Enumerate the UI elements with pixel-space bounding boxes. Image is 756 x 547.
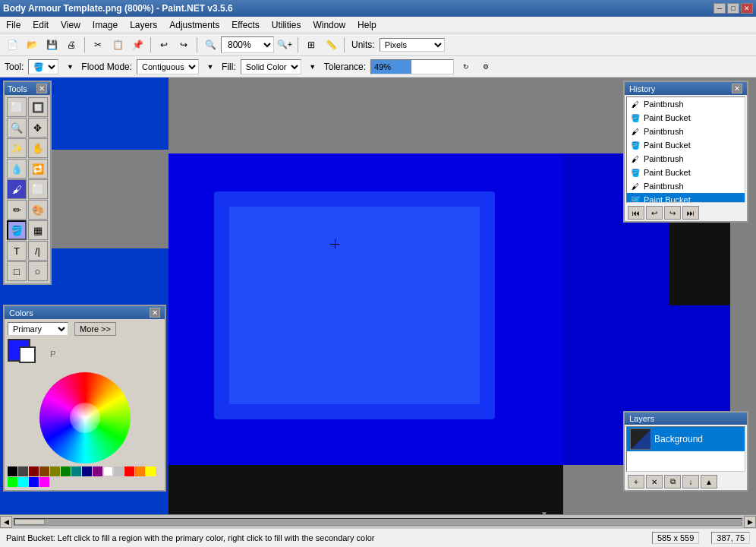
- scroll-left-button[interactable]: ◀: [0, 516, 12, 528]
- cut-button[interactable]: ✂: [89, 36, 107, 54]
- palette-light-gray[interactable]: [114, 466, 124, 476]
- tool-zoom[interactable]: 🔍: [7, 118, 27, 138]
- open-button[interactable]: 📂: [23, 36, 41, 54]
- layer-merge-button[interactable]: ↓: [682, 475, 699, 489]
- history-item[interactable]: 🖌 Paintbrush: [627, 179, 745, 193]
- tool-rectangle-select[interactable]: ⬜: [7, 97, 27, 117]
- fill-option-btn[interactable]: ▼: [306, 60, 320, 74]
- palette-purple[interactable]: [93, 466, 102, 476]
- color-wheel[interactable]: [39, 372, 131, 463]
- tolerance-input[interactable]: [370, 59, 454, 74]
- layer-duplicate-button[interactable]: ⧉: [664, 475, 681, 489]
- tolerance-option-1[interactable]: ↻: [458, 59, 474, 74]
- tool-eraser[interactable]: ⬜: [28, 179, 48, 199]
- units-select[interactable]: Pixels Inches Centimeters: [380, 38, 445, 52]
- palette-blue[interactable]: [82, 466, 92, 476]
- minimize-button[interactable]: ─: [713, 3, 726, 14]
- menu-window[interactable]: Window: [307, 17, 351, 33]
- tool-text[interactable]: T: [7, 241, 27, 261]
- history-panel-close[interactable]: ✕: [732, 84, 742, 93]
- palette-select[interactable]: Primary Secondary: [8, 322, 68, 336]
- tool-move[interactable]: ✥: [28, 118, 48, 138]
- palette-magenta[interactable]: [39, 477, 49, 487]
- tool-pencil[interactable]: ✏: [7, 200, 27, 220]
- palette-orange[interactable]: [39, 466, 49, 476]
- history-item[interactable]: 🪣 Paint Bucket: [627, 166, 745, 179]
- tool-clone[interactable]: 🔁: [28, 159, 48, 179]
- tool-select[interactable]: 🪣: [28, 59, 58, 74]
- layer-item[interactable]: Background: [627, 427, 745, 451]
- more-colors-button[interactable]: More >>: [74, 322, 116, 336]
- layer-move-up-button[interactable]: ▲: [701, 475, 717, 489]
- grid-button[interactable]: ⊞: [302, 36, 320, 54]
- redo-button[interactable]: ↪: [175, 36, 193, 54]
- fill-select[interactable]: Solid Color Gradient: [241, 59, 301, 74]
- menu-adjustments[interactable]: Adjustments: [163, 17, 225, 33]
- zoom-out-button[interactable]: 🔍: [201, 36, 219, 54]
- palette-white[interactable]: [103, 466, 113, 476]
- history-last-button[interactable]: ⏭: [682, 206, 699, 220]
- paste-button[interactable]: 📌: [128, 36, 146, 54]
- copy-button[interactable]: 📋: [109, 36, 127, 54]
- palette-bright-red[interactable]: [124, 466, 134, 476]
- menu-help[interactable]: Help: [351, 17, 383, 33]
- history-list[interactable]: 🖌 Paintbrush 🪣 Paint Bucket 🖌 Paintbrush…: [626, 96, 745, 203]
- rulers-button[interactable]: 📏: [322, 36, 340, 54]
- tool-gradient[interactable]: ▦: [28, 220, 48, 240]
- history-item[interactable]: 🪣 Paint Bucket: [627, 138, 745, 152]
- history-item[interactable]: 🖌 Paintbrush: [627, 152, 745, 166]
- palette-bright-yellow[interactable]: [146, 466, 156, 476]
- scroll-right-button[interactable]: ▶: [744, 516, 756, 528]
- history-redo-button[interactable]: ↪: [664, 206, 681, 220]
- flood-mode-select[interactable]: Contiguous Global: [137, 59, 199, 74]
- menu-file[interactable]: File: [0, 17, 27, 33]
- maximize-button[interactable]: □: [727, 3, 739, 14]
- palette-yellow[interactable]: [50, 466, 60, 476]
- layer-add-button[interactable]: +: [628, 475, 644, 489]
- save-button[interactable]: 💾: [43, 36, 61, 54]
- tool-line[interactable]: /|: [28, 241, 48, 261]
- palette-bright-orange[interactable]: [135, 466, 145, 476]
- close-button[interactable]: ✕: [741, 3, 753, 14]
- tool-color-picker[interactable]: 💧: [7, 159, 27, 179]
- tool-option-btn[interactable]: ▼: [63, 60, 77, 74]
- history-item[interactable]: 🖌 Paintbrush: [627, 125, 745, 138]
- tool-color-replace[interactable]: 🎨: [28, 200, 48, 220]
- canvas-main[interactable]: [169, 153, 563, 465]
- history-item-active[interactable]: 🪣 Paint Bucket: [627, 193, 745, 203]
- tool-paint-bucket[interactable]: 🪣: [7, 220, 27, 240]
- history-undo-button[interactable]: ↩: [646, 206, 663, 220]
- tolerance-option-2[interactable]: ⚙: [478, 59, 493, 74]
- print-button[interactable]: 🖨: [62, 36, 80, 54]
- tool-paintbrush[interactable]: 🖌: [7, 179, 27, 199]
- menu-edit[interactable]: Edit: [27, 17, 55, 33]
- palette-black[interactable]: [8, 466, 17, 476]
- menu-image[interactable]: Image: [87, 17, 124, 33]
- tool-pan[interactable]: ✋: [28, 138, 48, 158]
- history-first-button[interactable]: ⏮: [628, 206, 644, 220]
- palette-dark-gray[interactable]: [18, 466, 28, 476]
- flood-mode-option-btn[interactable]: ▼: [203, 60, 217, 74]
- tool-lasso[interactable]: 🔲: [28, 97, 48, 117]
- zoom-select[interactable]: 800% 400% 200% 100%: [221, 36, 274, 53]
- zoom-in-button[interactable]: 🔍+: [276, 36, 294, 54]
- undo-button[interactable]: ↩: [155, 36, 173, 54]
- layers-list[interactable]: Background: [626, 426, 745, 472]
- scroll-thumb[interactable]: [14, 519, 45, 525]
- secondary-color-swatch[interactable]: [19, 346, 36, 363]
- new-button[interactable]: 📄: [3, 36, 21, 54]
- colors-panel-close[interactable]: ✕: [150, 308, 160, 318]
- palette-cyan[interactable]: [18, 477, 28, 487]
- menu-layers[interactable]: Layers: [124, 17, 163, 33]
- tools-panel-close[interactable]: ✕: [36, 84, 47, 93]
- palette-green[interactable]: [61, 466, 71, 476]
- palette-bright-green[interactable]: [8, 477, 17, 487]
- scroll-track[interactable]: [14, 518, 742, 526]
- tool-ellipse[interactable]: ○: [28, 261, 48, 281]
- layer-delete-button[interactable]: ✕: [646, 475, 663, 489]
- menu-view[interactable]: View: [55, 17, 87, 33]
- menu-effects[interactable]: Effects: [225, 17, 265, 33]
- history-item[interactable]: 🪣 Paint Bucket: [627, 111, 745, 125]
- history-item[interactable]: 🖌 Paintbrush: [627, 97, 745, 111]
- tool-magic-wand[interactable]: ✨: [7, 138, 27, 158]
